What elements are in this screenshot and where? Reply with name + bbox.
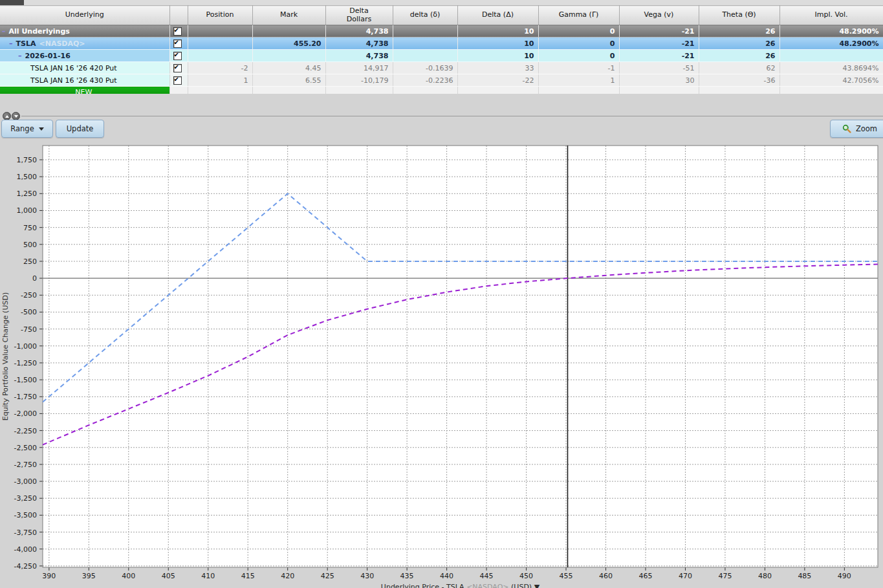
chart-toolbar: Range Update Zoom — [0, 94, 883, 141]
value-cell: 4.45 — [252, 62, 325, 74]
triangle-up-icon — [5, 115, 9, 118]
value-cell: 48.2900% — [779, 38, 883, 50]
chevron-down-icon — [39, 127, 44, 131]
value-cell: 4,738 — [325, 38, 393, 50]
value-cell — [252, 25, 325, 38]
value-cell: 4,738 — [325, 25, 393, 38]
x-axis-title-dropdown[interactable]: Underlying Price - TSLA <NASDAQ> (USD) ▼ — [381, 583, 540, 588]
svg-text:450: 450 — [519, 572, 533, 580]
table-row-2026-01-16[interactable]: –2026-01-164,738100-2126 — [0, 50, 883, 62]
value-cell: 26 — [699, 25, 779, 38]
column-header-gamma-[interactable]: Gamma (Γ) — [538, 6, 619, 25]
table-row-tsla-jan-16-26-420-put[interactable]: TSLA JAN 16 '26 420 Put-24.4514,917-0.16… — [0, 62, 883, 74]
svg-text:470: 470 — [679, 572, 692, 580]
triangle-down-icon — [14, 115, 18, 118]
column-header-delta-dollars[interactable]: Delta Dollars — [325, 6, 393, 25]
value-cell: -21 — [619, 25, 699, 38]
value-cell: 43.8694% — [779, 62, 883, 74]
value-cell: 1 — [538, 74, 619, 87]
plot-background — [43, 146, 878, 567]
row-checkbox[interactable] — [173, 52, 182, 60]
svg-text:425: 425 — [321, 572, 334, 580]
value-cell — [393, 38, 457, 50]
table-row-tsla-jan-16-26-430-put[interactable]: TSLA JAN 16 '26 430 Put16.55-10,179-0.22… — [0, 74, 883, 87]
svg-text:490: 490 — [838, 572, 851, 580]
svg-text:-2,250: -2,250 — [14, 427, 37, 435]
column-header-position[interactable]: Position — [188, 6, 252, 25]
table-header-row: UnderlyingPositionMarkDelta Dollarsdelta… — [0, 6, 883, 25]
underlying-cell: –All Underlyings — [0, 25, 169, 38]
value-cell: 42.7056% — [779, 74, 883, 87]
value-cell: 48.2900% — [779, 25, 883, 38]
svg-text:415: 415 — [241, 572, 255, 580]
collapse-toggle-icon[interactable]: – — [18, 52, 22, 60]
svg-text:400: 400 — [122, 572, 135, 580]
positions-table: UnderlyingPositionMarkDelta Dollarsdelta… — [0, 5, 883, 98]
svg-text:410: 410 — [201, 572, 215, 580]
underlying-cell: –2026-01-16 — [0, 50, 169, 62]
column-header-checkbox[interactable] — [169, 6, 188, 25]
pl-chart: 1,7501,5001,2501,0007505002500-250-500-7… — [0, 141, 883, 588]
value-cell: 6.55 — [252, 74, 325, 87]
svg-text:480: 480 — [758, 572, 772, 580]
collapse-toggle-icon[interactable]: – — [9, 39, 13, 48]
value-cell: 30 — [619, 74, 699, 87]
column-header-vega-v-[interactable]: Vega (v) — [619, 6, 699, 25]
value-cell: 26 — [699, 38, 779, 50]
svg-text:420: 420 — [281, 572, 294, 580]
svg-text:250: 250 — [23, 257, 37, 266]
pane-splitter[interactable] — [21, 116, 883, 116]
value-cell: 14,917 — [325, 62, 393, 74]
svg-text:440: 440 — [440, 572, 453, 580]
svg-text:0: 0 — [32, 274, 37, 283]
value-cell: -2 — [188, 62, 252, 74]
checkbox-cell — [169, 50, 188, 62]
svg-text:-1,750: -1,750 — [14, 393, 37, 401]
underlying-cell: TSLA JAN 16 '26 430 Put — [0, 74, 169, 87]
svg-text:465: 465 — [638, 572, 652, 580]
svg-text:-4,000: -4,000 — [14, 545, 37, 554]
row-checkbox[interactable] — [173, 76, 182, 85]
svg-text:1,000: 1,000 — [17, 206, 38, 215]
row-checkbox[interactable] — [173, 39, 182, 48]
value-cell: -21 — [619, 38, 699, 50]
column-header-impl-vol-[interactable]: Impl. Vol. — [779, 6, 883, 25]
value-cell — [393, 50, 457, 62]
magnifier-icon — [842, 124, 851, 133]
column-header-theta-[interactable]: Theta (Θ) — [699, 6, 779, 25]
svg-text:-3,250: -3,250 — [14, 494, 37, 503]
zoom-button[interactable]: Zoom — [830, 120, 883, 138]
value-cell: 455.20 — [252, 38, 325, 50]
row-checkbox[interactable] — [173, 27, 182, 36]
svg-text:485: 485 — [798, 572, 811, 580]
row-checkbox[interactable] — [173, 64, 182, 72]
value-cell — [252, 50, 325, 62]
column-header-delta-[interactable]: delta (δ) — [393, 6, 457, 25]
column-header-underlying[interactable]: Underlying — [0, 6, 169, 25]
column-header-delta-[interactable]: Delta (Δ) — [457, 6, 538, 25]
value-cell: 0 — [538, 50, 619, 62]
table-row-tsla[interactable]: –TSLA<NASDAQ>455.204,738100-212648.2900% — [0, 38, 883, 50]
range-button[interactable]: Range — [1, 120, 53, 138]
svg-text:-1,000: -1,000 — [14, 342, 37, 351]
svg-text:455: 455 — [560, 572, 573, 580]
collapse-toggle-icon[interactable]: – — [2, 27, 6, 36]
row-label: TSLA — [16, 39, 36, 48]
value-cell: -21 — [619, 50, 699, 62]
row-label: TSLA JAN 16 '26 420 Put — [30, 64, 117, 72]
underlying-cell: –TSLA<NASDAQ> — [0, 38, 169, 50]
update-button[interactable]: Update — [56, 120, 104, 138]
range-button-label: Range — [10, 124, 34, 133]
update-button-label: Update — [67, 124, 94, 133]
value-cell: 1 — [188, 74, 252, 87]
svg-text:-4,250: -4,250 — [14, 562, 37, 571]
svg-text:-3,000: -3,000 — [14, 477, 37, 486]
svg-text:-250: -250 — [21, 291, 37, 299]
column-header-mark[interactable]: Mark — [252, 6, 325, 25]
svg-text:1,250: 1,250 — [17, 190, 38, 198]
svg-text:1,500: 1,500 — [17, 173, 38, 181]
row-label: 2026-01-16 — [25, 52, 71, 60]
value-cell: 62 — [699, 62, 779, 74]
svg-text:-2,000: -2,000 — [14, 409, 37, 418]
table-row-all-underlyings[interactable]: –All Underlyings4,738100-212648.2900% — [0, 25, 883, 38]
